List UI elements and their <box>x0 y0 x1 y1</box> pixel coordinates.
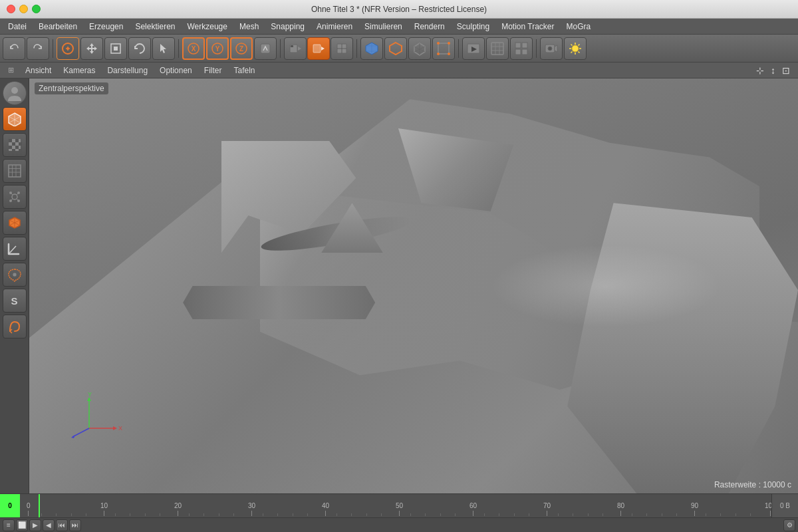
ruler-minor-mark <box>676 504 677 516</box>
statusbar-btn-1[interactable]: ≡ <box>3 519 15 531</box>
maximize-button[interactable] <box>32 5 41 13</box>
vp-optionen[interactable]: Optionen <box>154 65 198 76</box>
vp-ansicht[interactable]: Ansicht <box>20 65 57 76</box>
statusbar-btn-5[interactable]: ⏮ <box>56 519 68 531</box>
grid-view-button[interactable] <box>510 37 533 60</box>
move-tool-button[interactable] <box>80 37 103 60</box>
svg-point-36 <box>548 47 552 51</box>
y-axis-button[interactable]: Y <box>206 37 229 60</box>
vp-layout-icon[interactable]: ⊡ <box>779 64 793 77</box>
menu-snapping[interactable]: Snapping <box>265 21 310 33</box>
ruler-minor-mark <box>351 504 352 516</box>
light-button[interactable] <box>564 37 587 60</box>
statusbar-settings[interactable]: ⚙ <box>783 519 795 531</box>
timeline: 0 0102030405060708090100 0 B <box>0 493 798 517</box>
statusbar-btn-6[interactable]: ⏭ <box>69 519 81 531</box>
box-mode-button[interactable] <box>3 211 27 235</box>
menu-mogra[interactable]: MoGra <box>561 21 597 33</box>
svg-text:X: X <box>118 425 122 432</box>
menu-rendern[interactable]: Rendern <box>409 21 450 33</box>
ruler-minor-mark <box>145 504 146 516</box>
z-axis-button[interactable]: Z <box>230 37 253 60</box>
vp-kameras[interactable]: Kameras <box>58 65 100 76</box>
statusbar-btn-2[interactable]: ⬜ <box>16 519 28 531</box>
scale-tool-button[interactable] <box>104 37 127 60</box>
menu-mesh[interactable]: Mesh <box>234 21 264 33</box>
node-mode-button[interactable] <box>3 185 27 209</box>
vp-tafeln[interactable]: Tafeln <box>228 65 260 76</box>
ruler-mark: 50 <box>396 502 403 516</box>
menu-motion-tracker[interactable]: Motion Tracker <box>496 21 559 33</box>
vp-filter[interactable]: Filter <box>199 65 227 76</box>
svg-rect-51 <box>9 146 12 149</box>
window-controls[interactable] <box>7 5 41 13</box>
ruler-minor-mark <box>514 504 515 516</box>
ruler-minor-mark <box>233 504 234 516</box>
svg-rect-54 <box>12 149 15 152</box>
camera-button[interactable] <box>540 37 563 60</box>
undo-button[interactable] <box>3 37 25 60</box>
ruler-mark: 70 <box>543 502 551 516</box>
ruler-minor-mark <box>529 504 529 516</box>
snap-button[interactable]: S <box>3 289 27 313</box>
stop-button[interactable] <box>331 37 353 60</box>
svg-line-43 <box>579 51 580 53</box>
svg-marker-78 <box>71 435 75 438</box>
menu-selektieren[interactable]: Selektieren <box>130 21 180 33</box>
select-tool-button[interactable] <box>57 37 79 60</box>
coord-system-button[interactable] <box>254 37 277 60</box>
render-view-button[interactable] <box>462 37 485 60</box>
3d-view-button[interactable] <box>360 37 383 60</box>
viewport[interactable]: Y X Zentralperspektive Rasterweite : 100… <box>29 78 798 493</box>
close-button[interactable] <box>7 5 15 13</box>
ruler-mark: 10 <box>100 502 108 516</box>
texture-mode-button[interactable] <box>3 133 27 157</box>
menu-bearbeiten[interactable]: Bearbeiten <box>33 21 82 33</box>
rasterweite-status: Rasterweite : 10000 c <box>714 480 791 489</box>
user-display[interactable] <box>3 81 27 105</box>
svg-point-19 <box>437 42 440 45</box>
svg-point-20 <box>448 42 450 45</box>
timeline-playhead[interactable] <box>39 494 40 517</box>
rotate-tool-button[interactable] <box>128 37 151 60</box>
ruler-mark: 100 <box>765 502 771 516</box>
ruler-minor-mark <box>336 504 337 516</box>
polygon-mode-button[interactable] <box>432 37 455 60</box>
ruler-mark: 0 <box>27 502 31 516</box>
play-button[interactable] <box>307 37 330 60</box>
menu-simulieren[interactable]: Simulieren <box>359 21 408 33</box>
menu-datei[interactable]: Datei <box>3 21 32 33</box>
menu-erzeugen[interactable]: Erzeugen <box>84 21 128 33</box>
ruler-minor-mark <box>573 504 573 516</box>
ruler-minor-mark <box>41 504 42 516</box>
ruler-minor-mark <box>366 504 367 516</box>
x-axis-button[interactable]: X <box>182 37 205 60</box>
record-button[interactable] <box>284 37 307 60</box>
lasso-button[interactable] <box>3 263 27 287</box>
vp-resize-icon[interactable]: ↕ <box>768 64 778 77</box>
ruler-minor-mark <box>219 504 219 516</box>
ruler-minor-mark <box>455 504 456 516</box>
wireframe-button[interactable] <box>486 37 509 60</box>
bend-tool-button[interactable] <box>3 315 27 338</box>
cursor-tool-button[interactable] <box>152 37 175 60</box>
vp-move-icon[interactable]: ⊹ <box>753 64 767 77</box>
redo-button[interactable] <box>27 37 49 60</box>
solid-mode-button[interactable] <box>3 107 27 131</box>
angle-tool-button[interactable] <box>3 237 27 261</box>
object-mode-button[interactable] <box>408 37 431 60</box>
statusbar-btn-4[interactable]: ◀ <box>43 519 55 531</box>
edge-mode-button[interactable] <box>384 37 407 60</box>
ruler-minor-mark <box>203 504 204 516</box>
timeline-track[interactable]: 0102030405060708090100 <box>20 494 771 517</box>
svg-line-44 <box>579 44 580 45</box>
menu-sculpting[interactable]: Sculpting <box>452 21 495 33</box>
minimize-button[interactable] <box>19 5 28 13</box>
menu-animieren[interactable]: Animieren <box>311 21 358 33</box>
svg-rect-56 <box>9 165 21 177</box>
timeline-end-frame: 0 B <box>771 494 798 517</box>
grid-mode-button[interactable] <box>3 159 27 183</box>
vp-darstellung[interactable]: Darstellung <box>102 65 153 76</box>
menu-werkzeuge[interactable]: Werkzeuge <box>182 21 232 33</box>
statusbar-btn-3[interactable]: ▶ <box>29 519 41 531</box>
